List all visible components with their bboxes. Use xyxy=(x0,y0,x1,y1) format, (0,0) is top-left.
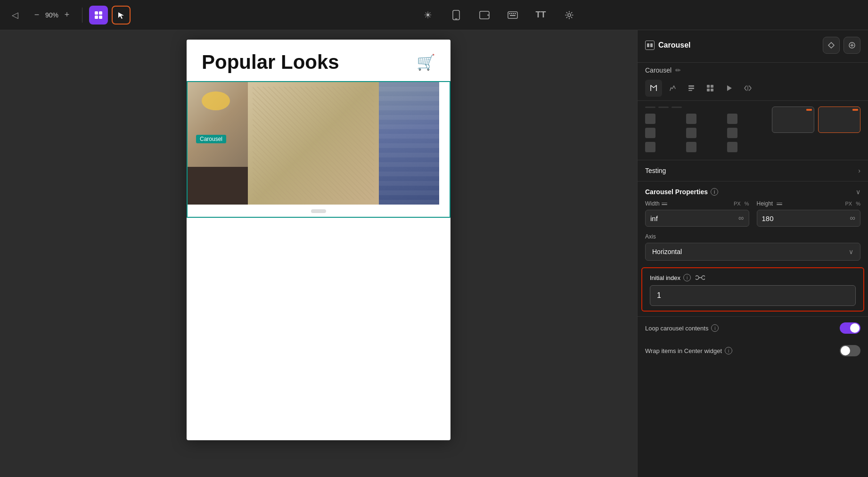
panel-title: Carousel xyxy=(658,41,690,49)
height-unit-row: PX % xyxy=(845,201,860,206)
svg-rect-21 xyxy=(707,85,710,88)
carousel-item-3 xyxy=(379,82,439,205)
tab-layout[interactable] xyxy=(702,80,719,97)
width-percent-label: % xyxy=(745,201,749,206)
grid-settings-icon xyxy=(565,10,574,20)
add-panel-button[interactable] xyxy=(843,37,860,54)
axis-select[interactable]: Horizontal ∨ xyxy=(645,243,860,261)
width-px-label: PX xyxy=(734,201,741,206)
zoom-controls: − 90% + xyxy=(30,8,74,22)
height-adjust-icon[interactable] xyxy=(777,203,782,205)
initial-index-input[interactable]: 1 xyxy=(650,285,856,306)
canvas-area[interactable]: Popular Looks 🛒 Carousel xyxy=(0,30,637,477)
collapse-sidebar-button[interactable]: ◁ xyxy=(6,6,25,25)
svg-rect-10 xyxy=(511,13,512,14)
carousel-properties-collapse-icon[interactable]: ∨ xyxy=(856,188,860,196)
layout-cell[interactable] xyxy=(645,142,655,152)
sun-icon-button[interactable]: ☀ xyxy=(418,6,437,25)
carousel-item-1 xyxy=(188,82,248,205)
svg-point-28 xyxy=(702,276,705,280)
room-image xyxy=(188,82,248,205)
svg-rect-15 xyxy=(647,43,649,47)
tab-animation[interactable] xyxy=(721,80,737,97)
carousel-item-2 xyxy=(248,82,379,205)
tab-design[interactable] xyxy=(645,80,662,97)
carousel-properties-header: Carousel Properties i ∨ xyxy=(638,181,868,200)
height-px-label: PX xyxy=(845,201,852,206)
layout-cell[interactable] xyxy=(686,142,696,152)
svg-marker-25 xyxy=(727,85,732,91)
zoom-in-button[interactable]: + xyxy=(60,8,74,22)
select-tool-button[interactable] xyxy=(112,6,131,25)
height-input[interactable]: 180 ∞ xyxy=(757,210,861,227)
tab-icons-row xyxy=(638,76,868,101)
toolbar: ◁ − 90% + ☀ xyxy=(0,0,868,30)
loop-label-row: Loop carousel contents i xyxy=(645,324,719,332)
grid-settings-button[interactable] xyxy=(560,6,579,25)
keyboard-icon-button[interactable] xyxy=(503,6,522,25)
carousel-dot-indicator xyxy=(311,209,326,213)
svg-rect-23 xyxy=(707,89,710,91)
initial-index-label-row: Initial index i xyxy=(650,270,856,281)
right-panel: Carousel Carousel ✏ xyxy=(637,30,868,477)
text-size-icon: TT xyxy=(536,10,546,20)
testing-row[interactable]: Testing › xyxy=(638,160,868,181)
svg-rect-4 xyxy=(453,10,459,20)
loop-info-icon[interactable]: i xyxy=(711,324,719,332)
layout-cell[interactable] xyxy=(727,114,737,124)
width-input[interactable]: inf ∞ xyxy=(645,210,749,227)
loop-toggle-knob xyxy=(850,323,860,333)
tab-data[interactable] xyxy=(683,80,700,97)
layout-cell[interactable] xyxy=(645,114,655,124)
panel-header: Carousel xyxy=(638,30,868,63)
device-frame: Popular Looks 🛒 Carousel xyxy=(187,40,450,440)
width-adjust-icon[interactable] xyxy=(662,203,667,205)
edit-name-icon[interactable]: ✏ xyxy=(675,66,681,74)
add-component-button[interactable] xyxy=(89,6,108,25)
text-size-button[interactable]: TT xyxy=(532,6,550,25)
testing-label: Testing xyxy=(645,167,666,174)
tab-code[interactable] xyxy=(739,80,756,97)
carousel-container[interactable] xyxy=(187,81,450,218)
layout-cell[interactable] xyxy=(727,128,737,138)
svg-rect-19 xyxy=(688,88,694,89)
wrap-info-icon[interactable]: i xyxy=(725,347,732,354)
height-value: 180 xyxy=(762,214,774,222)
carousel-properties-info-icon[interactable]: i xyxy=(711,188,718,196)
building-image xyxy=(379,82,439,205)
zoom-out-button[interactable]: − xyxy=(30,8,43,22)
tab-interaction[interactable] xyxy=(664,80,681,97)
layout-cell[interactable] xyxy=(727,142,737,152)
panel-subtitle-row: Carousel ✏ xyxy=(638,63,868,76)
wrap-toggle[interactable] xyxy=(840,345,860,356)
diamond-icon xyxy=(827,41,835,49)
layout-cell[interactable] xyxy=(686,114,696,124)
diamond-button[interactable] xyxy=(823,37,840,54)
svg-rect-3 xyxy=(99,16,102,19)
layout-tab-icon xyxy=(706,84,714,92)
svg-rect-2 xyxy=(95,16,98,19)
panel-title-row: Carousel xyxy=(645,37,860,54)
component-type-icon xyxy=(645,41,655,50)
svg-rect-11 xyxy=(513,13,514,14)
loop-toggle[interactable] xyxy=(840,322,860,334)
plus-grid-icon xyxy=(94,10,103,20)
svg-point-27 xyxy=(696,276,699,280)
tablet-icon-button[interactable] xyxy=(475,6,494,25)
layout-preview-box-2[interactable] xyxy=(818,107,860,133)
svg-rect-0 xyxy=(95,11,98,15)
initial-index-info-icon[interactable]: i xyxy=(683,274,691,281)
phone-icon-button[interactable] xyxy=(447,6,466,25)
layout-cell[interactable] xyxy=(645,128,655,138)
height-percent-label: % xyxy=(856,201,860,206)
svg-point-14 xyxy=(568,14,571,16)
loop-label: Loop carousel contents xyxy=(645,325,708,332)
layout-preview-box-1[interactable] xyxy=(772,107,814,133)
width-unit-row: PX % xyxy=(734,201,749,206)
svg-rect-22 xyxy=(711,85,713,88)
wrap-items-row: Wrap items in Center widget i xyxy=(638,339,868,362)
height-infinity-icon: ∞ xyxy=(850,214,855,222)
layout-cell[interactable] xyxy=(686,128,696,138)
data-tab-icon xyxy=(687,84,696,92)
initial-index-bind-icon[interactable] xyxy=(696,275,705,280)
